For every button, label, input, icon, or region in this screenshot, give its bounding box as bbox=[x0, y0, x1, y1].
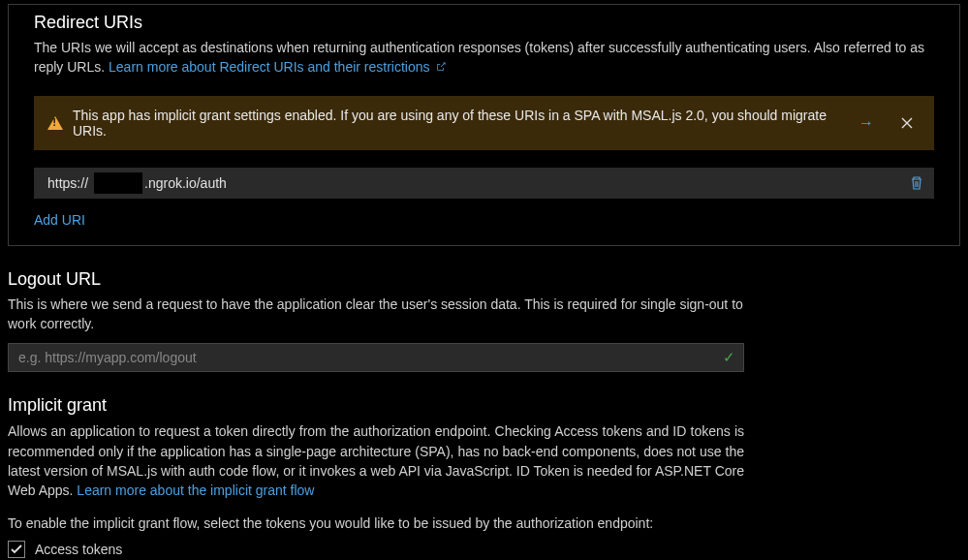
logout-description: This is where we send a request to have … bbox=[8, 296, 744, 333]
redirect-uris-heading: Redirect URIs bbox=[34, 13, 934, 33]
warning-dismiss-button[interactable] bbox=[893, 111, 921, 136]
uri-prefix-text: https:// bbox=[34, 175, 94, 191]
implicit-learn-more-link[interactable]: Learn more about the implicit grant flow bbox=[77, 482, 314, 498]
implicit-grant-heading: Implicit grant bbox=[8, 395, 960, 416]
warning-message: This app has implicit grant settings ena… bbox=[73, 108, 845, 139]
add-uri-button[interactable]: Add URI bbox=[34, 212, 85, 228]
access-tokens-checkbox[interactable] bbox=[8, 541, 25, 558]
close-icon bbox=[901, 117, 913, 129]
logout-url-field-wrap: ✓ bbox=[8, 343, 744, 372]
implicit-grant-warning-banner: This app has implicit grant settings ena… bbox=[34, 96, 934, 150]
logout-url-heading: Logout URL bbox=[8, 269, 960, 290]
access-tokens-row: Access tokens bbox=[8, 541, 960, 558]
redirect-learn-more-text: Learn more about Redirect URIs and their… bbox=[109, 59, 429, 75]
warning-icon bbox=[47, 116, 63, 130]
redirect-uri-input[interactable]: https:// .ngrok.io/auth bbox=[34, 168, 899, 199]
logout-url-input[interactable] bbox=[18, 350, 723, 365]
external-link-icon bbox=[435, 61, 447, 73]
warning-migrate-link[interactable]: → bbox=[859, 114, 874, 132]
implicit-enable-instruction: To enable the implicit grant flow, selec… bbox=[8, 514, 960, 534]
redirect-uris-description: The URIs we will accept as destinations … bbox=[34, 39, 934, 77]
redirect-uri-row: https:// .ngrok.io/auth bbox=[34, 168, 934, 199]
implicit-grant-description: Allows an application to request a token… bbox=[8, 421, 744, 500]
checkmark-icon: ✓ bbox=[723, 349, 735, 366]
check-icon bbox=[11, 544, 22, 555]
uri-redacted-segment bbox=[94, 172, 142, 194]
delete-uri-button[interactable] bbox=[899, 175, 934, 191]
redirect-uris-section: Redirect URIs The URIs we will accept as… bbox=[8, 4, 960, 246]
redirect-learn-more-link[interactable]: Learn more about Redirect URIs and their… bbox=[109, 59, 447, 75]
access-tokens-label: Access tokens bbox=[35, 542, 122, 557]
trash-icon bbox=[909, 175, 924, 191]
uri-suffix-text: .ngrok.io/auth bbox=[142, 175, 227, 191]
